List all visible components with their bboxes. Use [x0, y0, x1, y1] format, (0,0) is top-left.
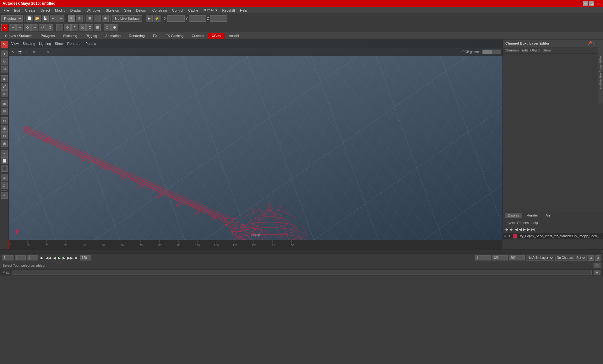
vp-wireframe-btn[interactable]: ⊞ [24, 49, 30, 55]
fwd-btn[interactable]: ▶ [527, 227, 530, 232]
prev-prev-btn[interactable]: ⏮ [505, 227, 508, 232]
snap-point-btn[interactable]: ⊕ [102, 15, 109, 22]
menu-modify[interactable]: Modify [53, 8, 67, 13]
live-surface-btn[interactable]: No Live Surface [112, 15, 142, 22]
paint-btn[interactable]: 🖌 [1, 83, 8, 90]
scale-tool-btn[interactable]: ⇲ [1, 66, 8, 72]
vp-menu-view[interactable]: View [11, 42, 19, 46]
display-mode-btn[interactable]: ⊞ [1, 100, 8, 107]
tab-custom[interactable]: Custom [188, 33, 208, 39]
top-btn[interactable]: ⊞ [1, 140, 8, 147]
vp-menu-lighting[interactable]: Lighting [39, 42, 51, 46]
step-back-frame-btn[interactable]: ◀ [52, 256, 57, 260]
max-frame-input[interactable] [509, 255, 525, 260]
cluster-btn[interactable]: ⊛ [1, 174, 8, 181]
timeline-current-frame[interactable] [475, 255, 491, 260]
vp-textured-btn[interactable]: ⬡ [38, 49, 44, 55]
back-btn[interactable]: ◀ [515, 227, 518, 232]
step-back-btn[interactable]: ◀ [519, 227, 522, 232]
current-frame-input[interactable] [15, 255, 26, 260]
tab-rigging[interactable]: Rigging [82, 33, 101, 39]
curve-tool-icon[interactable]: ⌒ [56, 24, 63, 31]
menu-help[interactable]: Help [238, 8, 249, 13]
anim-layer-select[interactable]: No Anim Layer [526, 255, 554, 261]
menu-file[interactable]: File [1, 8, 11, 13]
comb-icon[interactable]: ⊹ [24, 24, 31, 31]
brush-icon[interactable]: ✏ [16, 24, 23, 31]
side-btn[interactable]: ⊠ [1, 125, 8, 132]
close-button[interactable]: ✕ [595, 1, 600, 6]
playback-input[interactable] [27, 255, 38, 260]
tab-rendering[interactable]: Rendering [125, 33, 149, 39]
vp-shaded-btn[interactable]: ⊛ [31, 49, 37, 55]
preferences-icon[interactable]: ⚙ [595, 255, 600, 261]
hair-icon[interactable]: 〜 [9, 24, 16, 31]
snap-grid-btn[interactable]: ⊞ [86, 15, 93, 22]
scale-icon[interactable]: ⇲ [79, 24, 86, 31]
ipr-btn[interactable]: ⚡ [154, 15, 160, 22]
layers-options[interactable]: Options [517, 221, 529, 225]
display-tab[interactable]: Display [505, 213, 522, 218]
maximize-button[interactable]: □ [589, 1, 594, 6]
layer-p-btn[interactable]: P [508, 235, 512, 238]
y-input[interactable] [189, 15, 206, 22]
layer-v-btn[interactable]: V [504, 235, 507, 238]
soft-select-btn[interactable]: ◉ [1, 75, 8, 82]
menu-constrain[interactable]: Constrain [150, 8, 169, 13]
lasso-btn[interactable]: ⊙ [76, 15, 83, 22]
x-input[interactable] [167, 15, 185, 22]
select-tool-btn[interactable]: ↖ [68, 15, 75, 22]
play-btn[interactable]: ▶ [57, 256, 61, 260]
show-tab[interactable]: Show [543, 48, 551, 52]
move-tool-btn[interactable]: ✛ [1, 51, 8, 57]
ik-icon[interactable]: ⬢ [111, 24, 118, 31]
go-start-btn[interactable]: ⏮ [39, 256, 44, 260]
vp-select-btn[interactable]: ↖ [10, 49, 16, 55]
attribute-editor-label[interactable]: Attribute Box / Layer Editor [598, 41, 603, 104]
prev-frame-btn[interactable]: ◀◀ [45, 256, 52, 260]
extra-btn[interactable]: + [1, 192, 8, 199]
z-input[interactable] [210, 15, 227, 22]
sculpt-btn[interactable]: ⊛ [1, 90, 8, 97]
menu-select[interactable]: Select [38, 8, 52, 13]
mel-input[interactable] [12, 270, 592, 275]
grid-btn[interactable]: ⊟ [1, 108, 8, 115]
joint-icon[interactable]: ⬡ [104, 24, 111, 31]
minimize-button[interactable]: ─ [583, 1, 588, 6]
vp-menu-renderer[interactable]: Renderer [67, 42, 82, 46]
object-tab[interactable]: Object [530, 48, 540, 52]
vp-light-btn[interactable]: ☀ [45, 49, 51, 55]
snap-curve-btn[interactable]: ⌒ [94, 15, 101, 22]
redo-btn[interactable]: ↪ [57, 15, 64, 22]
tab-animation[interactable]: Animation [101, 33, 124, 39]
menu-edit[interactable]: Edit [12, 8, 22, 13]
menu-3dto[interactable]: 3DtoAll ▾ [201, 8, 220, 13]
select-mode-btn[interactable]: ↖ [1, 41, 8, 48]
tab-fx[interactable]: FX [149, 33, 161, 39]
tool5[interactable]: ⊡ [86, 24, 93, 31]
step-fwd-btn[interactable]: ▶ [523, 227, 526, 232]
menu-create[interactable]: Create [23, 8, 38, 13]
prev-btn[interactable]: ⏭ [510, 227, 513, 232]
twist-icon[interactable]: ↺ [39, 24, 46, 31]
vp-menu-panels[interactable]: Panels [85, 42, 96, 46]
viewport[interactable]: View Shading Lighting Show Renderer Pane… [9, 40, 503, 240]
timeline[interactable]: 1 10 20 30 40 50 60 70 80 90 100 110 120 [0, 240, 603, 249]
char-set-icon[interactable]: ⚙ [588, 255, 594, 261]
mel-run-btn[interactable]: ▶ [594, 270, 600, 275]
menu-control[interactable]: Control [170, 8, 185, 13]
status-right-btn[interactable]: ≡ [594, 263, 600, 268]
trax-btn[interactable]: ⬛ [1, 165, 8, 172]
render-btn[interactable]: ▶ [146, 15, 153, 22]
char-set-select[interactable]: No Character Set [555, 255, 587, 261]
layers-help[interactable]: Help [531, 221, 538, 225]
rotate-icon[interactable]: ↻ [71, 24, 78, 31]
tab-polygons[interactable]: Polygons [37, 33, 58, 39]
menu-skin[interactable]: Skin [122, 8, 133, 13]
dope-btn[interactable]: ⬜ [1, 157, 8, 164]
quick-layout-btn[interactable]: ⊡ [1, 117, 8, 124]
vp-camera-btn[interactable]: 📷 [17, 49, 23, 55]
start-frame-input[interactable] [3, 255, 14, 260]
tab-xgen[interactable]: XGen [208, 33, 224, 39]
menu-skeleton[interactable]: Skeleton [103, 8, 121, 13]
